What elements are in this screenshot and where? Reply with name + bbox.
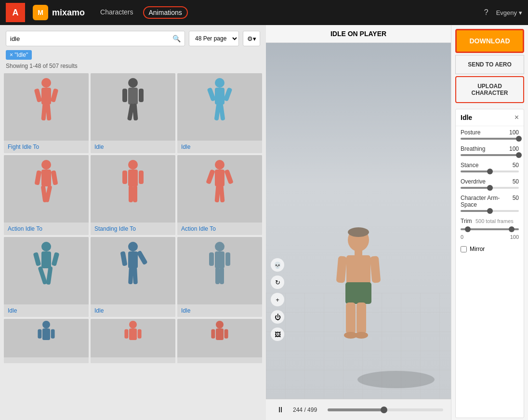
- adobe-logo: A: [6, 3, 25, 22]
- svg-rect-41: [46, 266, 53, 285]
- main-layout: 🔍 48 Per page ⚙ ▾ × "Idle" Showing 1-48 …: [0, 25, 528, 420]
- posture-slider[interactable]: [461, 138, 519, 140]
- character-3d: [330, 225, 387, 351]
- posture-label: Posture: [461, 129, 480, 136]
- anim-item-fight-idle[interactable]: Fight Idle To: [4, 73, 89, 153]
- svg-rect-57: [51, 329, 55, 339]
- image-tool[interactable]: 🖼: [271, 328, 284, 341]
- overdrive-slider[interactable]: [461, 187, 519, 189]
- nav-right: ? Evgeny ▾: [484, 8, 522, 17]
- svg-point-12: [215, 78, 224, 88]
- character-figure-7: [114, 239, 152, 302]
- overdrive-control: Overdrive 50: [456, 175, 524, 192]
- action-panel: DOWNLOAD SEND TO AERO UPLOAD CHARACTER I…: [451, 25, 528, 420]
- search-box: 🔍: [6, 31, 185, 46]
- svg-rect-46: [128, 267, 133, 284]
- breathing-thumb[interactable]: [516, 152, 522, 158]
- svg-point-24: [128, 160, 138, 170]
- character-figure-11: [200, 319, 239, 357]
- trim-start-thumb[interactable]: [465, 226, 471, 232]
- download-button[interactable]: DOWNLOAD: [455, 29, 524, 53]
- anim-label-11: [177, 357, 262, 363]
- chevron-down-icon: ▾: [519, 9, 522, 16]
- search-input[interactable]: [10, 35, 172, 42]
- user-menu[interactable]: Evgeny ▾: [496, 9, 522, 16]
- send-to-aero-button[interactable]: SEND TO AERO: [455, 55, 524, 74]
- search-icon[interactable]: 🔍: [172, 35, 181, 42]
- anim-item-row4-2[interactable]: [177, 319, 262, 363]
- anim-item-idle-blue-gray[interactable]: Idle: [177, 237, 262, 317]
- anim-item-row4-0[interactable]: [4, 319, 89, 363]
- anim-item-idle-dark[interactable]: Idle: [91, 73, 175, 153]
- trim-end-thumb[interactable]: [509, 226, 515, 232]
- svg-rect-49: [215, 251, 224, 268]
- svg-point-42: [128, 242, 138, 251]
- trim-sub: 500 total frames: [475, 218, 514, 224]
- progress-thumb[interactable]: [381, 407, 387, 413]
- player-character: [330, 225, 387, 351]
- svg-rect-5: [46, 104, 52, 121]
- anim-thumb-4: [91, 155, 175, 223]
- filter-tag[interactable]: × "Idle": [6, 50, 32, 60]
- anim-label-1: Idle: [91, 141, 175, 153]
- svg-rect-27: [139, 171, 144, 184]
- add-tool[interactable]: +: [271, 293, 284, 306]
- character-figure-3: [27, 158, 66, 220]
- brand-name: mixamo: [52, 8, 85, 18]
- rotate-tool[interactable]: ↻: [271, 276, 284, 289]
- arm-space-thumb[interactable]: [487, 208, 493, 214]
- svg-rect-76: [356, 302, 366, 334]
- arm-space-slider[interactable]: [461, 210, 519, 212]
- svg-rect-20: [34, 170, 41, 185]
- breathing-slider[interactable]: [461, 154, 519, 156]
- overdrive-thumb[interactable]: [487, 185, 493, 191]
- preview-viewport: 💀 ↻ + ⏻ 🖼: [266, 43, 451, 399]
- svg-rect-28: [129, 185, 133, 202]
- anim-thumb-3: [4, 155, 89, 223]
- svg-rect-63: [216, 328, 224, 340]
- nav-characters[interactable]: Characters: [100, 6, 133, 19]
- anim-grid-container: Fight Idle To Idle: [0, 73, 266, 420]
- anim-label-6: Idle: [4, 304, 89, 317]
- anim-item-action-idle-0[interactable]: Action Idle To: [4, 155, 89, 235]
- stance-thumb[interactable]: [487, 169, 493, 174]
- character-figure-1: [114, 76, 152, 138]
- nav-animations[interactable]: Animations: [143, 6, 188, 19]
- stance-slider[interactable]: [461, 171, 519, 172]
- trim-end: 100: [510, 234, 519, 240]
- anim-item-idle-blue-dark-1[interactable]: Idle: [91, 237, 175, 317]
- anim-thumb-10: [91, 319, 175, 357]
- pause-button[interactable]: ⏸: [274, 403, 287, 417]
- per-page-select[interactable]: 48 Per page: [189, 31, 239, 46]
- svg-point-6: [128, 78, 138, 88]
- power-tool[interactable]: ⏻: [271, 310, 284, 324]
- character-figure-6: [27, 239, 66, 302]
- preview-header: IDLE ON PLAYER: [266, 25, 451, 43]
- anim-item-standing-idle[interactable]: Standing Idle To: [91, 155, 175, 235]
- svg-rect-51: [225, 252, 230, 266]
- svg-rect-52: [215, 267, 220, 284]
- settings-button[interactable]: ⚙ ▾: [243, 31, 260, 46]
- anim-label-5: Action Idle To: [177, 223, 262, 235]
- svg-point-67: [357, 371, 435, 388]
- anim-item-idle-blue-dark-0[interactable]: Idle: [4, 237, 89, 317]
- anim-label-0: Fight Idle To: [4, 141, 89, 153]
- skull-tool[interactable]: 💀: [271, 258, 284, 272]
- character-figure-0: [27, 76, 66, 138]
- anim-label-8: Idle: [177, 304, 262, 317]
- anim-item-row4-1[interactable]: [91, 319, 175, 363]
- posture-thumb[interactable]: [516, 136, 522, 142]
- total-frames: 499: [307, 407, 317, 413]
- progress-track[interactable]: [328, 408, 443, 411]
- anim-item-action-idle-1[interactable]: Action Idle To: [177, 155, 262, 235]
- breathing-label-row: Breathing 100: [461, 145, 519, 152]
- trim-range[interactable]: [461, 228, 519, 230]
- svg-rect-19: [41, 170, 51, 186]
- close-button[interactable]: ×: [515, 113, 519, 122]
- mirror-checkbox[interactable]: [461, 246, 467, 252]
- pause-icon: ⏸: [277, 406, 284, 414]
- help-button[interactable]: ?: [484, 8, 488, 17]
- anim-item-idle-blue[interactable]: Idle: [177, 73, 262, 153]
- preview-title: IDLE ON PLAYER: [330, 30, 386, 38]
- upload-character-button[interactable]: UPLOAD CHARACTER: [455, 76, 524, 103]
